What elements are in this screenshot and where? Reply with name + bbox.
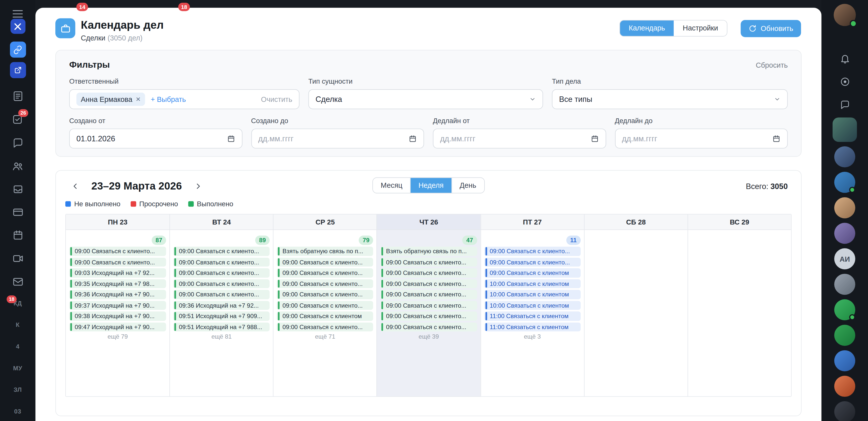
sidebar-item-documents[interactable] [0, 90, 35, 102]
sidebar-item-contacts[interactable] [0, 160, 35, 172]
sidebar-item-link-active[interactable] [0, 41, 35, 57]
view-button[interactable]: Неделя [410, 178, 451, 193]
avatar[interactable] [834, 401, 855, 421]
prev-week-button[interactable] [69, 180, 81, 192]
filters-reset-link[interactable]: Сбросить [756, 61, 788, 69]
event-chip[interactable]: 09:00 Связаться с клиенто... [69, 247, 166, 256]
support-chat-button[interactable] [822, 100, 868, 110]
event-chip[interactable]: Взять обратную связь по п... [381, 247, 477, 256]
event-chip[interactable]: 11:00 Связаться с клиентом [484, 311, 581, 320]
avatar[interactable] [834, 299, 855, 320]
deadline-to-input[interactable]: дд.мм.гггг [615, 129, 788, 148]
event-chip[interactable]: 09:00 Связаться с клиенто... [381, 301, 477, 310]
event-chip[interactable]: 09:36 Исходящий на +7 90... [69, 290, 166, 299]
sidebar-item-mail[interactable] [0, 276, 35, 288]
task-type-select[interactable]: Все типы [552, 89, 788, 109]
event-chip[interactable]: 09:00 Связаться с клиенто... [69, 257, 166, 267]
sidebar-shortcut[interactable]: К18 [0, 321, 35, 328]
event-chip[interactable]: 09:00 Связаться с клиенто... [381, 290, 477, 299]
sidebar-item-inbox[interactable] [0, 184, 35, 195]
more-events-link[interactable]: ещё 79 [66, 333, 169, 340]
event-chip[interactable]: 09:00 Связаться с клиенто... [173, 268, 270, 277]
event-chip[interactable]: 09:00 Связаться с клиенто... [277, 322, 373, 332]
event-chip[interactable]: 09:38 Исходящий на +7 90... [69, 311, 166, 320]
sidebar-shortcut[interactable]: КД [0, 300, 35, 307]
sidebar-shortcut[interactable]: МУ [0, 365, 35, 371]
event-chip[interactable]: 09:00 Связаться с клиенто... [381, 322, 477, 332]
avatar[interactable] [834, 172, 855, 193]
record-button[interactable] [822, 77, 868, 87]
event-chip[interactable]: 11:00 Связаться с клиентом [484, 322, 581, 332]
avatar[interactable] [834, 376, 855, 397]
event-chip[interactable]: 09:00 Связаться с клиенто... [173, 257, 270, 267]
sidebar-item-calendar[interactable] [0, 229, 35, 241]
sidebar-shortcut[interactable]: 03 [0, 408, 35, 415]
event-chip[interactable]: 10:00 Связаться с клиентом [484, 301, 581, 310]
sidebar-item-chats[interactable] [0, 137, 35, 149]
remove-tag-icon[interactable]: ✕ [136, 96, 141, 103]
more-events-link[interactable]: ещё 39 [377, 333, 480, 340]
sidebar-shortcut[interactable]: ЗЛ [0, 386, 35, 393]
event-chip[interactable]: 09:51 Исходящий на +7 988... [173, 322, 270, 332]
event-chip[interactable]: 09:00 Связаться с клиентом [277, 311, 373, 320]
avatar[interactable] [834, 197, 855, 218]
created-from-input[interactable]: 01.01.2026 [69, 129, 242, 148]
sidebar-item-tasks[interactable]: 26 [0, 114, 35, 126]
calendar-picker-icon[interactable] [227, 134, 235, 143]
event-chip[interactable]: 09:35 Исходящий на +7 98... [69, 279, 166, 288]
avatar[interactable] [834, 274, 855, 294]
deadline-from-input[interactable]: дд.мм.гггг [433, 129, 606, 148]
event-chip[interactable]: 09:00 Связаться с клиенто... [484, 247, 581, 256]
tab-settings[interactable]: Настройки [674, 21, 727, 36]
tab-calendar[interactable]: Календарь [620, 21, 674, 36]
event-chip[interactable]: 09:47 Исходящий на +7 90... [69, 322, 166, 332]
avatar[interactable] [833, 118, 857, 142]
avatar[interactable]: АИ [834, 248, 855, 269]
sidebar-item-billing[interactable] [0, 206, 35, 218]
event-chip[interactable]: 09:51 Исходящий на +7 909... [173, 311, 270, 320]
more-events-link[interactable]: ещё 3 [481, 333, 584, 340]
event-chip[interactable]: 09:00 Связаться с клиенто... [277, 290, 373, 299]
responsible-field[interactable]: Анна Ермакова ✕ + Выбрать Очистить [69, 89, 299, 109]
calendar-picker-icon[interactable] [590, 134, 599, 143]
more-events-link[interactable]: ещё 81 [170, 333, 273, 340]
event-chip[interactable]: 09:00 Связаться с клиенто... [277, 279, 373, 288]
created-to-input[interactable]: дд.мм.гггг [251, 129, 424, 148]
sidebar-item-video[interactable] [0, 253, 35, 264]
event-chip[interactable]: 09:00 Связаться с клиенто... [173, 247, 270, 256]
avatar[interactable] [834, 146, 855, 167]
event-chip[interactable]: Взять обратную связь по п... [277, 247, 373, 256]
event-chip[interactable]: 10:00 Связаться с клиентом [484, 290, 581, 299]
sidebar-item-external[interactable] [0, 62, 35, 78]
more-events-link[interactable]: ещё 71 [274, 333, 377, 340]
avatar[interactable] [834, 350, 855, 371]
clear-responsible-link[interactable]: Очистить [261, 95, 292, 103]
event-chip[interactable]: 09:00 Связаться с клиенто... [173, 279, 270, 288]
event-chip[interactable]: 10:00 Связаться с клиентом [484, 279, 581, 288]
calendar-picker-icon[interactable] [408, 134, 417, 143]
view-button[interactable]: День [451, 178, 484, 193]
event-chip[interactable]: 09:00 Связаться с клиенто... [484, 257, 581, 267]
event-chip[interactable]: 09:00 Связаться с клиенто... [173, 290, 270, 299]
event-chip[interactable]: 09:00 Связаться с клиенто... [277, 301, 373, 310]
event-chip[interactable]: 09:36 Исходящий на +7 92... [173, 301, 270, 310]
event-chip[interactable]: 09:03 Исходящий на +7 92... [69, 268, 166, 277]
calendar-picker-icon[interactable] [772, 134, 780, 143]
event-chip[interactable]: 09:37 Исходящий на +7 90... [69, 301, 166, 310]
avatar[interactable] [834, 223, 855, 244]
event-chip[interactable]: 09:00 Связаться с клиенто... [277, 257, 373, 267]
event-chip[interactable]: 09:00 Связаться с клиентом [484, 268, 581, 277]
event-chip[interactable]: 09:00 Связаться с клиенто... [277, 268, 373, 277]
sidebar-shortcut[interactable]: 4 [0, 343, 35, 350]
event-chip[interactable]: 09:00 Связаться с клиенто... [381, 279, 477, 288]
next-week-button[interactable] [192, 180, 204, 192]
hamburger-menu-icon[interactable] [0, 9, 35, 19]
add-responsible-link[interactable]: + Выбрать [151, 95, 186, 103]
view-button[interactable]: Месяц [373, 178, 410, 193]
event-chip[interactable]: 09:00 Связаться с клиенто... [381, 268, 477, 277]
notifications-button[interactable] [822, 53, 868, 64]
event-chip[interactable]: 09:00 Связаться с клиенто... [381, 311, 477, 320]
close-panel-button[interactable] [0, 19, 35, 34]
event-chip[interactable]: 09:00 Связаться с клиенто... [381, 257, 477, 267]
avatar[interactable] [834, 325, 855, 346]
